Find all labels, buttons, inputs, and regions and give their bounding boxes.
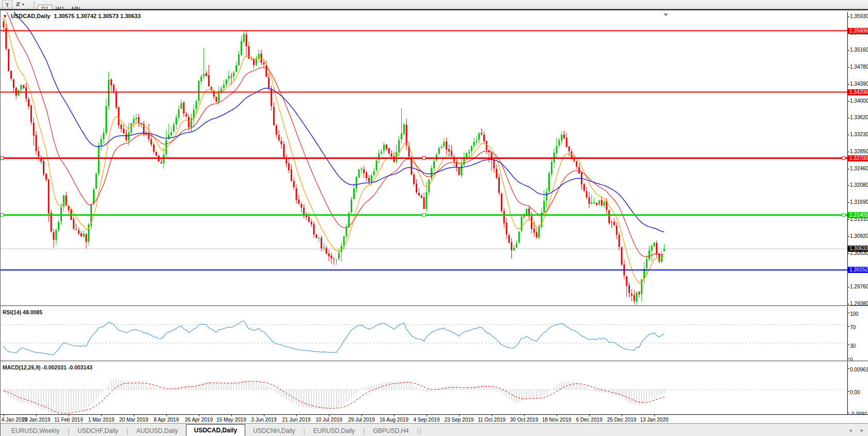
pane-divider[interactable]: [1, 305, 868, 306]
axis-tick-mark: [848, 219, 849, 220]
tab-scroll-right-icon[interactable]: ►: [860, 428, 864, 433]
price-tick-label: 1.33620: [850, 115, 868, 121]
macd-tick-label: 0.009633: [850, 367, 868, 373]
date-tick-mark: [101, 415, 102, 416]
date-tick-mark: [4, 415, 4, 416]
axis-tick-mark: [848, 413, 849, 413]
axis-tick-mark: [848, 118, 849, 118]
chart-ohlc-values: 1.30575 1.30742 1.30573 1.30633: [54, 13, 140, 19]
price-chart-pane[interactable]: [1, 12, 847, 305]
axis-tick-mark: [848, 236, 849, 237]
axis-tick-mark: [848, 67, 849, 68]
price-axis[interactable]: 1.359301.355501.351601.347801.343901.340…: [847, 12, 868, 414]
date-tick-mark: [134, 415, 134, 416]
axis-tick-mark: [848, 17, 849, 17]
price-tick-label: 1.32080: [850, 182, 868, 188]
macd-label: MACD(12,26,9) -0.002031 -0.003143: [3, 364, 92, 370]
axis-tick-mark: [848, 359, 849, 359]
chart-window: ▼ USDCAD,Daily 1.30575 1.30742 1.30573 1…: [0, 9, 868, 436]
macd-pane[interactable]: [1, 362, 847, 414]
chart-tab-eurusd-weekly[interactable]: EURUSD,Weekly: [4, 426, 67, 436]
chart-tab-usdchf-daily[interactable]: USDCHF,Daily: [70, 426, 126, 436]
down-candle-wicks: [4, 18, 659, 304]
date-tick-mark: [524, 415, 525, 416]
chart-tab-eurusd-daily[interactable]: EURUSD,Daily: [306, 426, 363, 436]
date-axis[interactable]: 4 Jan 201923 Jan 201911 Feb 20191 Mar 20…: [1, 414, 868, 423]
pane-divider[interactable]: [1, 361, 868, 362]
price-tick-label: 1.32850: [850, 149, 868, 155]
tab-scroll-left-icon[interactable]: ◄: [848, 428, 853, 433]
axis-tick-mark: [848, 253, 849, 254]
price-tick-label: 1.33230: [850, 132, 868, 138]
date-tick-mark: [36, 415, 37, 416]
price-tick-label: 1.34390: [850, 81, 868, 87]
current-price-label: 1.30633: [848, 246, 868, 252]
ma-line-medium: [4, 12, 664, 257]
date-tick-mark: [329, 415, 329, 416]
line-selection-handle[interactable]: [422, 214, 425, 217]
line-selection-handle[interactable]: [422, 157, 425, 160]
axis-tick-mark: [848, 287, 849, 287]
chart-tab-usdcad-daily[interactable]: USDCAD,Daily: [186, 424, 245, 436]
chart-shift-marker[interactable]: [664, 13, 668, 17]
axis-tick-mark: [848, 169, 849, 169]
text-tool-button[interactable]: T: [2, 1, 12, 8]
date-tick-label: 13 Jan 2020: [634, 417, 675, 423]
date-tick-mark: [557, 415, 557, 416]
sort-arrows-icon: ⇵: [15, 1, 20, 8]
axis-tick-mark: [848, 152, 849, 152]
rsi-tick-label: 100: [850, 311, 859, 317]
price-tick-label: 1.34780: [850, 64, 868, 70]
rsi-tick-label: 30: [850, 343, 856, 349]
line-selection-handle[interactable]: [1, 214, 4, 217]
price-tick-label: 1.35930: [850, 13, 868, 20]
price-tick-label: 1.29760: [850, 284, 868, 290]
line-selection-handle[interactable]: [842, 157, 845, 160]
date-tick-mark: [361, 415, 362, 416]
price-line-label: 1.32700: [848, 155, 868, 162]
chart-title: ▼ USDCAD,Daily 1.30575 1.30742 1.30573 1…: [3, 13, 141, 19]
axis-tick-mark: [848, 313, 849, 313]
date-tick-mark: [296, 415, 297, 416]
toolbar-separator: [40, 0, 40, 5]
chart-tab-gbpusd-h4[interactable]: GBPUSD,H4: [365, 426, 416, 436]
ma-line-slow: [4, 12, 664, 232]
axis-tick-mark: [848, 345, 849, 345]
toolbar-grip[interactable]: [34, 2, 35, 8]
chart-tabs: EURUSD,Weekly|USDCHF,Daily|AUDUSD,DailyU…: [4, 424, 422, 436]
rsi-label: RSI(14) 48.0085: [3, 309, 42, 315]
price-tick-label: 1.31690: [850, 199, 868, 205]
date-tick-mark: [654, 415, 655, 416]
toolbar: T ⇵ ▼ M1M5M15M30H1H4D1W1MN: [0, 0, 868, 9]
tab-separator: |: [419, 427, 422, 434]
date-tick-mark: [459, 415, 460, 416]
rsi-pane[interactable]: [1, 307, 847, 361]
rsi-tick-label: 70: [850, 325, 856, 331]
axis-tick-mark: [848, 202, 849, 203]
axis-tick-mark: [848, 50, 849, 51]
chart-tab-usdcnh-daily[interactable]: USDCNH,Daily: [245, 426, 303, 436]
up-candle-wicks: [19, 30, 664, 305]
axis-tick-mark: [848, 101, 849, 102]
line-selection-handle[interactable]: [1, 157, 4, 160]
date-tick-mark: [427, 415, 427, 416]
date-tick-mark: [589, 415, 590, 416]
date-tick-mark: [69, 415, 69, 416]
rsi-tick-label: 0: [850, 357, 853, 363]
axis-tick-mark: [848, 304, 849, 304]
axis-tick-mark: [848, 326, 849, 327]
price-tick-label: 1.32460: [850, 166, 868, 172]
price-line-label: 1.35606: [848, 28, 868, 34]
date-tick-mark: [199, 415, 199, 416]
axis-tick-mark: [848, 84, 849, 85]
line-selection-handle[interactable]: [842, 214, 845, 217]
price-line-label: 1.31405: [848, 212, 868, 218]
chart-dropdown-icon[interactable]: ▼: [3, 14, 7, 19]
arrange-button[interactable]: ⇵ ▼: [13, 1, 27, 8]
chart-tab-audusd-daily[interactable]: AUDUSD,Daily: [129, 426, 186, 436]
date-tick-mark: [394, 415, 394, 416]
price-tick-label: 1.34000: [850, 98, 868, 104]
dropdown-caret-icon: ▼: [21, 3, 25, 6]
axis-tick-mark: [848, 135, 849, 135]
axis-tick-mark: [848, 185, 849, 186]
